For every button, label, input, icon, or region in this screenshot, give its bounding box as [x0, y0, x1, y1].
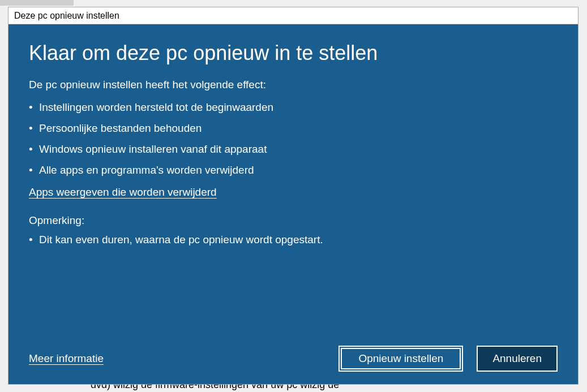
cancel-button[interactable]: Annuleren	[477, 346, 558, 372]
dialog-titlebar: Deze pc opnieuw instellen	[8, 7, 578, 24]
effects-list: Instellingen worden hersteld tot de begi…	[29, 97, 558, 180]
window-shadow	[0, 0, 74, 6]
notes-list: Dit kan even duren, waarna de pc opnieuw…	[29, 229, 558, 250]
more-info-link[interactable]: Meer informatie	[29, 352, 104, 365]
dialog-content: Klaar om deze pc opnieuw in te stellen D…	[8, 24, 578, 384]
apps-to-remove-link[interactable]: Apps weergeven die worden verwijderd	[29, 186, 558, 199]
page-heading: Klaar om deze pc opnieuw in te stellen	[29, 41, 558, 65]
effect-item: Alle apps en programma's worden verwijde…	[29, 160, 558, 180]
effect-item: Windows opnieuw installeren vanaf dit ap…	[29, 139, 558, 160]
dialog-footer: Meer informatie Opnieuw instellen Annule…	[29, 346, 558, 372]
reset-button[interactable]: Opnieuw instellen	[339, 346, 463, 372]
effect-item: Persoonlijke bestanden behouden	[29, 118, 558, 139]
intro-text: De pc opnieuw instellen heeft het volgen…	[29, 79, 558, 91]
effect-item: Instellingen worden hersteld tot de begi…	[29, 97, 558, 118]
note-item: Dit kan even duren, waarna de pc opnieuw…	[29, 229, 558, 250]
reset-pc-dialog: Deze pc opnieuw instellen Klaar om deze …	[8, 7, 579, 385]
note-label: Opmerking:	[29, 214, 558, 227]
dialog-title: Deze pc opnieuw instellen	[14, 11, 119, 20]
